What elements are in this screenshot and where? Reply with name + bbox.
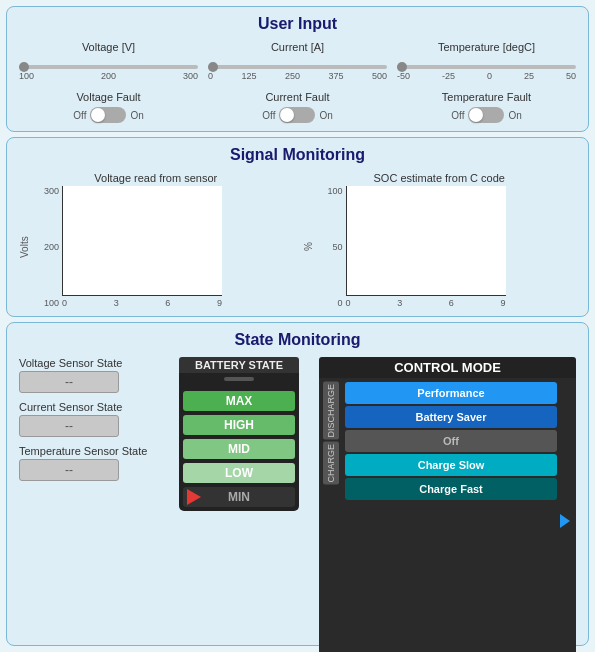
battery-saver-mode-btn[interactable]: Battery Saver bbox=[345, 406, 557, 428]
current-sensor-label: Current Sensor State bbox=[19, 401, 159, 413]
voltage-chart-container: Voltage read from sensor Volts 300 200 1… bbox=[19, 172, 293, 308]
current-sensor-group: Current Sensor State -- bbox=[19, 401, 159, 437]
soc-y-label: % bbox=[303, 186, 314, 308]
voltage-chart-plot bbox=[62, 186, 222, 296]
control-mode-title: CONTROL MODE bbox=[319, 357, 576, 378]
voltage-fault-toggle[interactable] bbox=[90, 107, 126, 123]
current-fault-toggle[interactable] bbox=[279, 107, 315, 123]
arrow-container bbox=[560, 382, 572, 652]
battery-seg-mid: MID bbox=[183, 439, 295, 459]
voltage-slider-group: Voltage [V] 100 200 300 bbox=[19, 41, 198, 81]
voltage-label: Voltage [V] bbox=[82, 41, 135, 53]
battery-section: BATTERY STATE MAX HIGH MID LOW MIN bbox=[169, 357, 309, 652]
off-mode-btn[interactable]: Off bbox=[345, 430, 557, 452]
voltage-chart-wrapper: Volts 300 200 100 0 3 6 9 bbox=[19, 186, 293, 308]
temperature-sensor-value: -- bbox=[19, 459, 119, 481]
voltage-ticks: 100 200 300 bbox=[19, 71, 198, 81]
control-section: CONTROL MODE DISCHARGE CHARGE Performanc… bbox=[319, 357, 576, 652]
soc-chart-title: SOC estimate from C code bbox=[303, 172, 577, 184]
temperature-sensor-group: Temperature Sensor State -- bbox=[19, 445, 159, 481]
battery-indicator bbox=[224, 377, 254, 381]
voltage-y-label: Volts bbox=[19, 186, 30, 308]
battery-min-arrow bbox=[187, 489, 201, 505]
voltage-y-axis: 300 200 100 bbox=[32, 186, 62, 308]
temperature-slider[interactable] bbox=[397, 65, 576, 69]
battery-body: MAX HIGH MID LOW MIN bbox=[179, 373, 299, 511]
battery-seg-high: HIGH bbox=[183, 415, 295, 435]
current-slider-group: Current [A] 0 125 250 375 500 bbox=[208, 41, 387, 81]
voltage-fault-off: Off bbox=[73, 110, 86, 121]
voltage-fault-toggle-row: Off On bbox=[73, 107, 144, 123]
temperature-fault-label: Temperature Fault bbox=[442, 91, 531, 103]
voltage-sensor-group: Voltage Sensor State -- bbox=[19, 357, 159, 393]
voltage-sensor-label: Voltage Sensor State bbox=[19, 357, 159, 369]
temperature-sensor-label: Temperature Sensor State bbox=[19, 445, 159, 457]
control-body: DISCHARGE CHARGE Performance Battery Sav… bbox=[319, 378, 576, 652]
charge-fast-mode-btn[interactable]: Charge Fast bbox=[345, 478, 557, 500]
sensor-states: Voltage Sensor State -- Current Sensor S… bbox=[19, 357, 159, 652]
signal-monitoring-title: Signal Monitoring bbox=[19, 146, 576, 164]
current-ticks: 0 125 250 375 500 bbox=[208, 71, 387, 81]
soc-x-labels: 0 3 6 9 bbox=[346, 298, 506, 308]
discharge-label: DISCHARGE bbox=[323, 382, 339, 440]
current-sensor-value: -- bbox=[19, 415, 119, 437]
charge-label: CHARGE bbox=[323, 442, 339, 485]
current-fault-toggle-row: Off On bbox=[262, 107, 333, 123]
mode-buttons-col: Performance Battery Saver Off Charge Slo… bbox=[345, 382, 557, 652]
voltage-fault-group: Voltage Fault Off On bbox=[19, 91, 198, 123]
soc-y-area: % 100 50 0 bbox=[303, 186, 346, 308]
fault-row: Voltage Fault Off On Current Fault Off O… bbox=[19, 91, 576, 123]
voltage-fault-label: Voltage Fault bbox=[76, 91, 140, 103]
signal-monitoring-panel: Signal Monitoring Voltage read from sens… bbox=[6, 137, 589, 317]
current-fault-on: On bbox=[319, 110, 332, 121]
performance-mode-btn[interactable]: Performance bbox=[345, 382, 557, 404]
current-fault-group: Current Fault Off On bbox=[208, 91, 387, 123]
voltage-sensor-value: -- bbox=[19, 371, 119, 393]
battery-seg-low: LOW bbox=[183, 463, 295, 483]
voltage-x-labels: 0 3 6 9 bbox=[62, 298, 222, 308]
sliders-row: Voltage [V] 100 200 300 Current [A] 0 12… bbox=[19, 41, 576, 81]
current-label: Current [A] bbox=[271, 41, 324, 53]
temperature-label: Temperature [degC] bbox=[438, 41, 535, 53]
temperature-fault-on: On bbox=[508, 110, 521, 121]
soc-chart-wrapper: % 100 50 0 0 3 6 9 bbox=[303, 186, 577, 308]
temperature-slider-group: Temperature [degC] -50 -25 0 25 50 bbox=[397, 41, 576, 81]
soc-chart-container: SOC estimate from C code % 100 50 0 0 3 bbox=[303, 172, 577, 308]
voltage-fault-on: On bbox=[130, 110, 143, 121]
state-monitoring-panel: State Monitoring Voltage Sensor State --… bbox=[6, 322, 589, 646]
voltage-slider[interactable] bbox=[19, 65, 198, 69]
state-content: Voltage Sensor State -- Current Sensor S… bbox=[19, 357, 576, 652]
charge-slow-mode-btn[interactable]: Charge Slow bbox=[345, 454, 557, 476]
temperature-ticks: -50 -25 0 25 50 bbox=[397, 71, 576, 81]
temperature-fault-toggle[interactable] bbox=[468, 107, 504, 123]
state-monitoring-title: State Monitoring bbox=[19, 331, 576, 349]
voltage-chart-title: Voltage read from sensor bbox=[19, 172, 293, 184]
soc-y-axis: 100 50 0 bbox=[316, 186, 346, 308]
current-fault-off: Off bbox=[262, 110, 275, 121]
battery-title: BATTERY STATE bbox=[179, 357, 299, 373]
charts-row: Voltage read from sensor Volts 300 200 1… bbox=[19, 172, 576, 308]
soc-chart-plot bbox=[346, 186, 506, 296]
temperature-fault-group: Temperature Fault Off On bbox=[397, 91, 576, 123]
control-mode-arrow bbox=[560, 514, 570, 528]
current-fault-label: Current Fault bbox=[265, 91, 329, 103]
temperature-fault-toggle-row: Off On bbox=[451, 107, 522, 123]
battery-seg-min: MIN bbox=[183, 487, 295, 507]
temperature-fault-off: Off bbox=[451, 110, 464, 121]
voltage-y-area: Volts 300 200 100 bbox=[19, 186, 62, 308]
user-input-panel: User Input Voltage [V] 100 200 300 Curre… bbox=[6, 6, 589, 132]
current-slider[interactable] bbox=[208, 65, 387, 69]
user-input-title: User Input bbox=[19, 15, 576, 33]
battery-seg-max: MAX bbox=[183, 391, 295, 411]
